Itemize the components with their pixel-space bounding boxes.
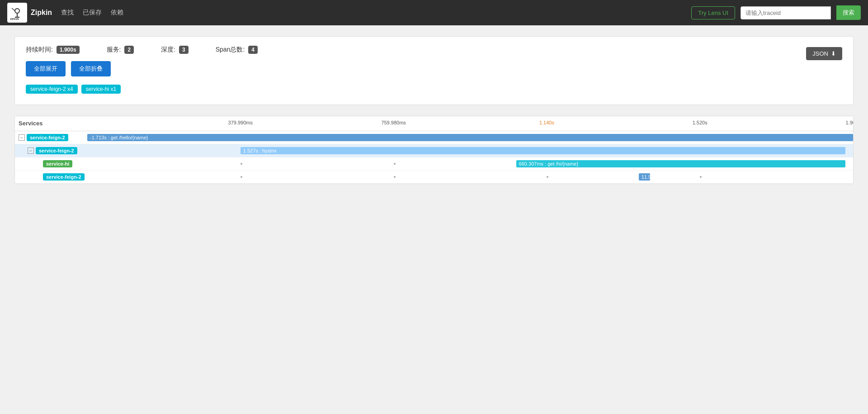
span-bar[interactable]: 1.527s : hystrix [241,147,845,154]
timeline-ticks: 379.990ms759.980ms1.140s1.520s1.900s [87,118,853,129]
service-cell: −service-feign-2 [15,132,87,143]
json-label: JSON [812,50,828,57]
try-lens-button[interactable]: Try Lens UI [691,6,735,19]
logo-area: ZIPKIN Zipkin [7,3,52,23]
trace-timeline: Services 379.990ms759.980ms1.140s1.520s1… [14,116,854,184]
services-column-header: Services [15,118,87,129]
timeline-cell: 1.527s : hystrix [87,144,853,157]
expand-icon[interactable]: − [19,134,25,141]
span-bar[interactable]: -1.713s : get /hello/{name} [87,134,853,141]
navbar: ZIPKIN Zipkin 查找 已保存 依赖 Try Lens UI 搜索 [0,0,868,25]
span-total-value: 4 [248,46,258,54]
json-download-button[interactable]: JSON ⬇ [806,47,842,60]
service-tag-0[interactable]: service-feign-2 x4 [26,85,78,94]
duration-item: 持续时间: 1.900s [26,46,80,54]
table-row[interactable]: service-feign-211.915ms : hystrix [15,171,853,184]
main-content: 持续时间: 1.900s 服务: 2 深度: 3 Span总数: 4 JSON [0,25,868,195]
duration-value: 1.900s [57,46,80,54]
expand-icon[interactable]: − [28,148,34,154]
depth-item: 深度: 3 [161,46,189,54]
timeline-tick: 1.140s [539,120,554,125]
table-row[interactable]: service-hi660.307ms : get /hi/{name} [15,157,853,171]
span-bar[interactable]: 660.307ms : get /hi/{name} [516,160,845,167]
span-total-item: Span总数: 4 [216,46,258,54]
nav-saved-link[interactable]: 已保存 [83,9,102,17]
duration-label: 持续时间: [26,46,53,54]
timeline-header: Services 379.990ms759.980ms1.140s1.520s1… [15,116,853,131]
brand-name: Zipkin [31,9,52,17]
timeline-cell: 660.307ms : get /hi/{name} [87,157,853,170]
service-label: service-feign-2 [36,147,77,154]
download-icon: ⬇ [831,50,836,57]
search-button[interactable]: 搜索 [836,5,861,20]
timeline-cell: 11.915ms : hystrix [87,171,853,183]
service-tag-1[interactable]: service-hi x1 [81,85,121,94]
traceid-input[interactable] [741,6,831,19]
services-label: 服务: [107,46,121,54]
info-stats-row: 持续时间: 1.900s 服务: 2 深度: 3 Span总数: 4 [26,46,258,54]
span-bar[interactable]: 11.915ms : hystrix [639,173,650,181]
logo-box: ZIPKIN [7,3,27,23]
service-label: service-feign-2 [27,134,68,141]
services-value: 2 [124,46,134,54]
nav-search-link[interactable]: 查找 [61,9,74,17]
timeline-dot [394,176,396,178]
expand-collapse-row: 全部展开 全部折叠 [26,61,842,76]
service-cell: service-feign-2 [15,171,87,182]
service-cell: service-hi [15,158,87,169]
span-total-label: Span总数: [216,46,245,54]
timeline-dot [241,176,242,178]
services-item: 服务: 2 [107,46,134,54]
info-top-row: 持续时间: 1.900s 服务: 2 深度: 3 Span总数: 4 JSON [26,46,842,61]
timeline-tick: 759.980ms [381,120,406,125]
service-tags: service-feign-2 x4 service-hi x1 [26,85,842,94]
table-row[interactable]: −service-feign-21.527s : hystrix [15,144,853,157]
timeline-cell: -1.713s : get /hello/{name} [87,131,853,144]
svg-text:ZIPKIN: ZIPKIN [10,18,19,20]
timeline-dot [700,176,702,178]
timeline-tick: 1.900s [845,120,854,125]
collapse-all-button[interactable]: 全部折叠 [71,61,111,76]
service-cell: −service-feign-2 [15,145,87,156]
timeline-tick: 379.990ms [228,120,253,125]
depth-label: 深度: [161,46,175,54]
service-label: service-hi [43,160,72,167]
depth-value: 3 [179,46,189,54]
expand-all-button[interactable]: 全部展开 [26,61,66,76]
timeline-dot [547,176,548,178]
table-row[interactable]: −service-feign-2-1.713s : get /hello/{na… [15,131,853,144]
info-card: 持续时间: 1.900s 服务: 2 深度: 3 Span总数: 4 JSON [14,36,854,105]
service-label: service-feign-2 [43,173,85,181]
navbar-right: Try Lens UI 搜索 [691,5,861,20]
timeline-dot [241,163,242,165]
zipkin-logo-icon: ZIPKIN [9,5,25,21]
trace-rows: −service-feign-2-1.713s : get /hello/{na… [15,131,853,184]
timeline-tick: 1.520s [693,120,708,125]
timeline-dot [394,163,396,165]
nav-deps-link[interactable]: 依赖 [111,9,123,17]
